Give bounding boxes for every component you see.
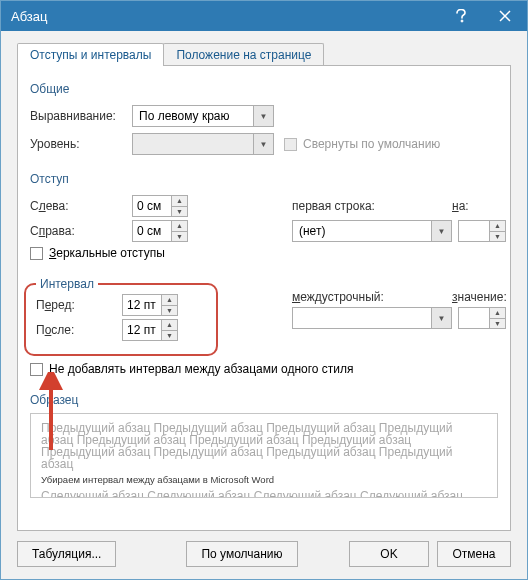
tab-panel: Общие Выравнивание: По левому краю ▼ Уро… <box>17 65 511 531</box>
titlebar: Абзац <box>1 1 527 31</box>
spinner-arrows[interactable]: ▲▼ <box>171 221 187 241</box>
at-label: значение: <box>452 290 511 304</box>
spinner-arrows[interactable]: ▲▼ <box>161 295 177 315</box>
no-extra-space-label: Не добавлять интервал между абзацами одн… <box>49 362 354 376</box>
by-label: на: <box>452 199 511 213</box>
firstline-value: (нет) <box>299 224 325 238</box>
by-spinner[interactable]: ▲▼ <box>458 220 506 242</box>
client-area: Отступы и интервалы Положение на страниц… <box>1 31 527 579</box>
level-combo[interactable]: ▼ <box>132 133 274 155</box>
space-after-label: После: <box>36 323 122 337</box>
space-before-value: 12 пт <box>123 298 161 312</box>
space-after-spinner[interactable]: 12 пт ▲▼ <box>122 319 178 341</box>
group-general-label: Общие <box>30 82 498 96</box>
close-button[interactable] <box>483 1 527 31</box>
firstline-combo[interactable]: (нет) ▼ <box>292 220 452 242</box>
mirror-checkbox[interactable] <box>30 247 43 260</box>
preview-prev-text: Предыдущий абзац Предыдущий абзац Предыд… <box>41 422 487 470</box>
spinner-arrows[interactable]: ▲▼ <box>489 308 505 328</box>
at-spinner[interactable]: ▲▼ <box>458 307 506 329</box>
dialog-buttons: Табуляция... По умолчанию OK Отмена <box>17 541 511 567</box>
spinner-arrows[interactable]: ▲▼ <box>161 320 177 340</box>
tab-line-page-breaks[interactable]: Положение на странице <box>163 43 324 66</box>
linespacing-label: междустрочный: <box>292 290 420 304</box>
indent-left-value: 0 см <box>133 199 171 213</box>
window-title: Абзац <box>11 9 439 24</box>
alignment-label: Выравнивание: <box>30 109 132 123</box>
chevron-down-icon: ▼ <box>253 134 273 154</box>
mirror-label: Зеркальные отступы <box>49 246 165 260</box>
space-after-value: 12 пт <box>123 323 161 337</box>
group-preview-label: Образец <box>30 393 498 407</box>
ok-button[interactable]: OK <box>349 541 429 567</box>
tab-indents-spacing[interactable]: Отступы и интервалы <box>17 43 164 66</box>
cancel-button[interactable]: Отмена <box>437 541 511 567</box>
preview-main-text: Убираем интервал между абзацами в Micros… <box>41 474 487 486</box>
alignment-value: По левому краю <box>139 109 230 123</box>
help-button[interactable] <box>439 1 483 31</box>
no-extra-space-checkbox[interactable] <box>30 363 43 376</box>
preview-box: Предыдущий абзац Предыдущий абзац Предыд… <box>30 413 498 498</box>
indent-left-label: Слева: <box>30 199 132 213</box>
spinner-arrows[interactable]: ▲▼ <box>171 196 187 216</box>
tab-strip: Отступы и интервалы Положение на страниц… <box>17 43 511 66</box>
space-before-spinner[interactable]: 12 пт ▲▼ <box>122 294 178 316</box>
set-default-button[interactable]: По умолчанию <box>186 541 297 567</box>
linespacing-combo[interactable]: ▼ <box>292 307 452 329</box>
tabs-button[interactable]: Табуляция... <box>17 541 116 567</box>
firstline-label: первая строка: <box>292 199 420 213</box>
collapse-default-checkbox <box>284 138 297 151</box>
chevron-down-icon: ▼ <box>431 308 451 328</box>
group-spacing-label: Интервал <box>36 277 98 291</box>
chevron-down-icon: ▼ <box>253 106 273 126</box>
preview-next-text: Следующий абзац Следующий абзац Следующи… <box>41 490 487 498</box>
spinner-arrows[interactable]: ▲▼ <box>489 221 505 241</box>
alignment-combo[interactable]: По левому краю ▼ <box>132 105 274 127</box>
space-before-label: Перед: <box>36 298 122 312</box>
group-indent-label: Отступ <box>30 172 498 186</box>
chevron-down-icon: ▼ <box>431 221 451 241</box>
level-label: Уровень: <box>30 137 132 151</box>
indent-right-spinner[interactable]: 0 см ▲▼ <box>132 220 188 242</box>
paragraph-dialog: Абзац Отступы и интервалы Положение на с… <box>0 0 528 580</box>
spacing-highlight: Интервал Перед: 12 пт ▲▼ После: 12 пт ▲▼ <box>24 277 218 356</box>
collapse-default-label: Свернуты по умолчанию <box>303 137 440 151</box>
indent-right-value: 0 см <box>133 224 171 238</box>
indent-left-spinner[interactable]: 0 см ▲▼ <box>132 195 188 217</box>
indent-right-label: Справа: <box>30 224 132 238</box>
svg-point-0 <box>461 20 463 22</box>
